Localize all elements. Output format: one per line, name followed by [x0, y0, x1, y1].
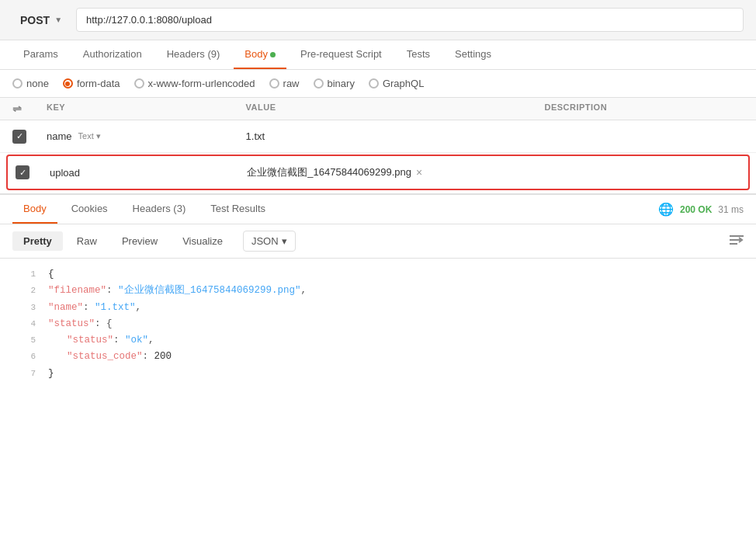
row-name-type[interactable]: Text ▾ [78, 131, 101, 141]
row-upload-key-cell: upload [47, 167, 247, 179]
tab-authorization[interactable]: Authorization [72, 40, 153, 69]
url-input[interactable] [76, 8, 744, 32]
col-key-header: KEY [43, 102, 246, 115]
row-name-check-cell [12, 130, 43, 144]
resp-tab-cookies[interactable]: Cookies [61, 195, 119, 224]
col-desc-header: DESCRIPTION [544, 102, 744, 115]
col-check-header: ⇌ [12, 102, 43, 115]
code-line-6: 6 "status_code": 200 [0, 349, 756, 365]
resp-tab-body[interactable]: Body [12, 195, 57, 224]
col-value-header: VALUE [246, 102, 545, 115]
response-tabs: Body Cookies Headers (3) Test Results 🌐 … [0, 195, 756, 224]
response-section: Body Cookies Headers (3) Test Results 🌐 … [0, 193, 756, 390]
radio-form-data-circle [63, 78, 73, 89]
radio-none[interactable]: none [12, 78, 49, 89]
code-line-1: 1 { [0, 266, 756, 283]
row-name-value: 1.txt [246, 130, 265, 142]
row-upload-filename: 企业微信截图_16475844069299.png [247, 165, 411, 179]
tab-headers[interactable]: Headers (9) [156, 40, 231, 69]
radio-raw[interactable]: raw [269, 78, 300, 89]
radio-none-circle [12, 78, 23, 89]
tab-pre-request-script[interactable]: Pre-request Script [290, 40, 393, 69]
body-active-dot [270, 52, 276, 57]
format-bar: Pretty Raw Preview Visualize JSON ▾ [0, 224, 756, 259]
json-format-select[interactable]: JSON ▾ [243, 231, 296, 252]
fmt-raw-btn[interactable]: Raw [66, 231, 108, 251]
fmt-visualize-btn[interactable]: Visualize [172, 231, 234, 251]
row-upload-remove-btn[interactable]: × [416, 166, 422, 179]
fmt-pretty-btn[interactable]: Pretty [12, 231, 63, 251]
wrap-icon[interactable] [730, 234, 744, 248]
status-ok-badge: 200 OK [680, 204, 712, 215]
resp-tab-test-results[interactable]: Test Results [199, 195, 276, 224]
row-name-key-cell: name Text ▾ [43, 130, 246, 142]
radio-binary[interactable]: binary [314, 78, 355, 89]
table-row-highlighted: upload 企业微信截图_16475844069299.png × [6, 155, 750, 190]
tab-body[interactable]: Body [234, 40, 286, 69]
response-time: 31 ms [718, 204, 744, 215]
row-name-value-cell: 1.txt [246, 130, 545, 142]
table-header: ⇌ KEY VALUE DESCRIPTION [0, 98, 756, 120]
method-chevron-icon: ▼ [54, 16, 62, 24]
row-name-key: name [47, 130, 72, 142]
code-line-2: 2 "filename": "企业微信截图_16475844069299.png… [0, 283, 756, 299]
code-line-3: 3 "name": "1.txt", [0, 300, 756, 316]
row-upload-checkbox[interactable] [16, 165, 29, 179]
radio-graphql-circle [369, 78, 379, 89]
resp-tab-headers[interactable]: Headers (3) [122, 195, 197, 224]
tab-params[interactable]: Params [12, 40, 69, 69]
tab-tests[interactable]: Tests [396, 40, 441, 69]
code-line-7: 7 } [0, 366, 756, 382]
method-select[interactable]: POST ▼ [12, 9, 70, 31]
globe-icon: 🌐 [658, 202, 674, 217]
radio-urlencoded[interactable]: x-www-form-urlencoded [134, 78, 255, 89]
radio-raw-circle [269, 78, 279, 89]
row-upload-check-cell [16, 165, 47, 179]
row-upload: upload 企业微信截图_16475844069299.png × [8, 156, 748, 189]
row-upload-value-cell: 企业微信截图_16475844069299.png × [247, 165, 543, 179]
radio-form-data[interactable]: form-data [63, 78, 120, 89]
row-name-checkbox[interactable] [12, 130, 26, 144]
radio-graphql[interactable]: GraphQL [369, 78, 424, 89]
code-line-5: 5 "status": "ok", [0, 332, 756, 349]
tab-settings[interactable]: Settings [444, 40, 502, 69]
radio-binary-circle [314, 78, 324, 89]
fmt-preview-btn[interactable]: Preview [111, 231, 168, 251]
table-row: name Text ▾ 1.txt [0, 120, 756, 153]
json-chevron-icon: ▾ [282, 235, 287, 247]
code-line-4: 4 "status": { [0, 316, 756, 332]
radio-urlencoded-circle [134, 78, 144, 89]
request-tabs: Params Authorization Headers (9) Body Pr… [0, 40, 756, 70]
code-view: 1 { 2 "filename": "企业微信截图_16475844069299… [0, 259, 756, 390]
method-label: POST [20, 14, 50, 26]
url-bar: POST ▼ [0, 0, 756, 40]
body-types-row: none form-data x-www-form-urlencoded raw… [0, 70, 756, 98]
row-upload-key: upload [50, 167, 80, 179]
status-area: 🌐 200 OK 31 ms [658, 202, 744, 217]
